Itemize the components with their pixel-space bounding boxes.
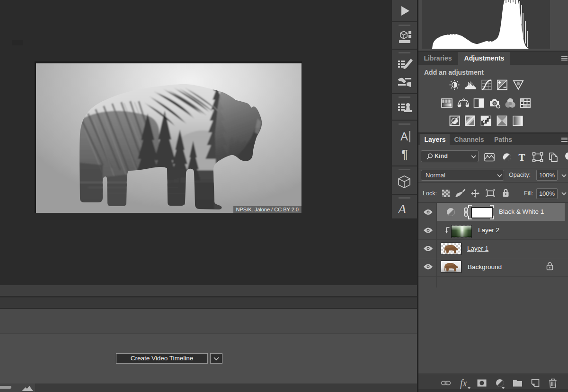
svg-text:fx: fx bbox=[460, 378, 467, 389]
svg-text:¶: ¶ bbox=[401, 147, 408, 161]
svg-text:A: A bbox=[397, 201, 407, 216]
svg-text:T: T bbox=[519, 152, 525, 163]
svg-text:A: A bbox=[400, 130, 408, 143]
